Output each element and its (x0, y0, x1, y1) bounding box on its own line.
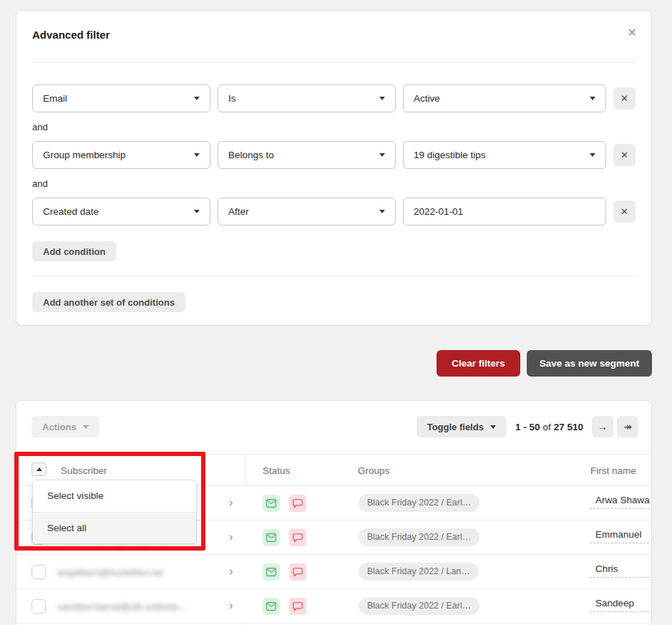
first-name-cell[interactable]: Arwa Shawa (590, 495, 652, 509)
field-select-value: Group membership (43, 150, 126, 160)
groups-badge[interactable]: Black Friday 2022 / Earl… (359, 528, 479, 546)
row-checkbox[interactable] (31, 599, 46, 614)
filter-actions: Clear filters Save as new segment (437, 350, 652, 377)
chevron-right-icon[interactable]: › (229, 599, 233, 613)
menu-item-select-visible[interactable]: Select visible (33, 480, 196, 512)
subscriber-email[interactable]: angelblurs@hunteblur.net (57, 555, 163, 589)
chevron-down-icon (379, 153, 385, 157)
condition-row: Email Is Active ✕ (32, 84, 636, 112)
add-set-of-conditions-button[interactable]: Add another set of conditions (32, 292, 185, 312)
operator-select[interactable]: Is (218, 84, 396, 112)
groups-badge[interactable]: Black Friday 2022 / Lan… (359, 563, 479, 581)
operator-select-value: Is (228, 93, 236, 104)
chevron-down-icon (490, 425, 496, 429)
value-select-value: 19 digestible tips (414, 150, 486, 160)
email-status-icon[interactable] (263, 529, 280, 546)
groups-badge[interactable]: Black Friday 2022 / Earl… (359, 494, 479, 512)
pagination-range: 1 - 50 (515, 422, 540, 432)
field-select-value: Created date (43, 206, 99, 217)
email-status-icon[interactable] (263, 598, 280, 615)
chevron-down-icon (590, 97, 595, 100)
triangle-up-icon (36, 467, 42, 471)
select-rows-dropdown-button[interactable] (31, 462, 47, 476)
page: Advanced filter ✕ Email Is Active ✕ and (0, 0, 672, 625)
value-select[interactable]: 19 digestible tips (403, 141, 606, 169)
last-page-button[interactable]: ↠ (617, 416, 638, 437)
chevron-down-icon (194, 153, 200, 157)
condition-row: Created date After 2022-01-01 ✕ (32, 198, 636, 226)
remove-condition-button[interactable]: ✕ (613, 200, 636, 223)
value-select-value: Active (414, 93, 440, 104)
arrow-to-end-icon: ↠ (623, 421, 632, 432)
chevron-down-icon (83, 425, 89, 429)
menu-item-select-all[interactable]: Select all (33, 512, 196, 543)
operator-select-value: Belongs to (228, 150, 274, 160)
column-header-status[interactable]: Status (263, 465, 290, 476)
remove-condition-button[interactable]: ✕ (613, 87, 636, 110)
email-status-icon[interactable] (263, 563, 280, 581)
pagination-status: 1 - 50 of 27 510 (515, 422, 583, 432)
first-name-cell[interactable]: Chris (590, 563, 652, 578)
column-header-subscriber[interactable]: Subscriber (61, 465, 107, 476)
add-condition-button[interactable]: Add condition (32, 241, 116, 261)
operator-select-value: After (228, 206, 249, 217)
chevron-right-icon[interactable]: › (229, 564, 233, 578)
email-status-icon[interactable] (263, 495, 280, 512)
value-input[interactable]: 2022-01-01 (403, 198, 606, 226)
actions-button-label: Actions (42, 422, 77, 432)
column-header-groups[interactable]: Groups (358, 465, 389, 476)
pagination-of: of (542, 422, 550, 432)
chat-status-icon[interactable] (289, 529, 306, 546)
and-label: and (32, 178, 48, 189)
chat-status-icon[interactable] (289, 495, 306, 512)
close-icon[interactable]: ✕ (628, 27, 637, 39)
first-name-cell[interactable]: Emmanuel (590, 529, 652, 543)
redacted-email-text: sandblur.barsal@ulk-unblurte… (57, 601, 188, 612)
arrow-right-icon: → (598, 421, 608, 432)
divider (32, 62, 636, 63)
field-select-value: Email (43, 93, 67, 104)
table-row: sandblur.barsal@ulk-unblurte… › Black Fr… (16, 589, 651, 624)
chevron-down-icon (590, 153, 595, 157)
chevron-down-icon (379, 210, 385, 213)
table-toolbar: Toggle fields 1 - 50 of 27 510 → ↠ (417, 416, 638, 437)
table-row: angelblurs@hunteblur.net › Black Friday … (16, 555, 651, 589)
toggle-fields-button[interactable]: Toggle fields (417, 416, 507, 437)
toggle-fields-label: Toggle fields (427, 422, 484, 432)
chevron-right-icon[interactable]: › (229, 530, 233, 544)
operator-select[interactable]: Belongs to (218, 141, 396, 169)
value-select[interactable]: Active (403, 84, 606, 112)
advanced-filter-panel: Advanced filter ✕ Email Is Active ✕ and (16, 10, 652, 326)
chevron-down-icon (194, 97, 200, 100)
and-label: and (32, 122, 48, 132)
chevron-down-icon (194, 210, 200, 213)
subscriber-email[interactable]: sandblur.barsal@ulk-unblurte… (57, 589, 188, 624)
chevron-right-icon[interactable]: › (229, 495, 233, 510)
save-segment-button[interactable]: Save as new segment (527, 350, 652, 377)
close-icon: ✕ (620, 150, 628, 160)
divider (32, 276, 636, 276)
select-menu: Select visible Select all (32, 480, 197, 544)
actions-button[interactable]: Actions (31, 416, 99, 437)
remove-condition-button[interactable]: ✕ (613, 144, 636, 166)
close-icon: ✕ (620, 206, 628, 217)
subscribers-table: Actions Toggle fields 1 - 50 of 27 510 →… (16, 400, 652, 625)
operator-select[interactable]: After (218, 198, 396, 226)
next-page-button[interactable]: → (592, 416, 613, 437)
chat-status-icon[interactable] (289, 598, 306, 615)
field-select[interactable]: Created date (32, 198, 210, 226)
close-icon: ✕ (620, 93, 628, 104)
pagination-total: 27 510 (554, 422, 583, 432)
row-checkbox[interactable] (31, 565, 46, 579)
field-select[interactable]: Group membership (32, 141, 210, 169)
redacted-email-text: angelblurs@hunteblur.net (57, 567, 163, 578)
condition-row: Group membership Belongs to 19 digestibl… (32, 141, 636, 169)
groups-badge[interactable]: Black Friday 2022 / Earl… (359, 597, 479, 615)
value-input-text: 2022-01-01 (414, 206, 463, 217)
clear-filters-button[interactable]: Clear filters (437, 350, 520, 377)
field-select[interactable]: Email (32, 84, 210, 112)
chat-status-icon[interactable] (289, 563, 306, 581)
chevron-down-icon (379, 97, 385, 100)
first-name-cell[interactable]: Sandeep (590, 598, 652, 612)
column-header-first-name[interactable]: First name (590, 465, 636, 476)
